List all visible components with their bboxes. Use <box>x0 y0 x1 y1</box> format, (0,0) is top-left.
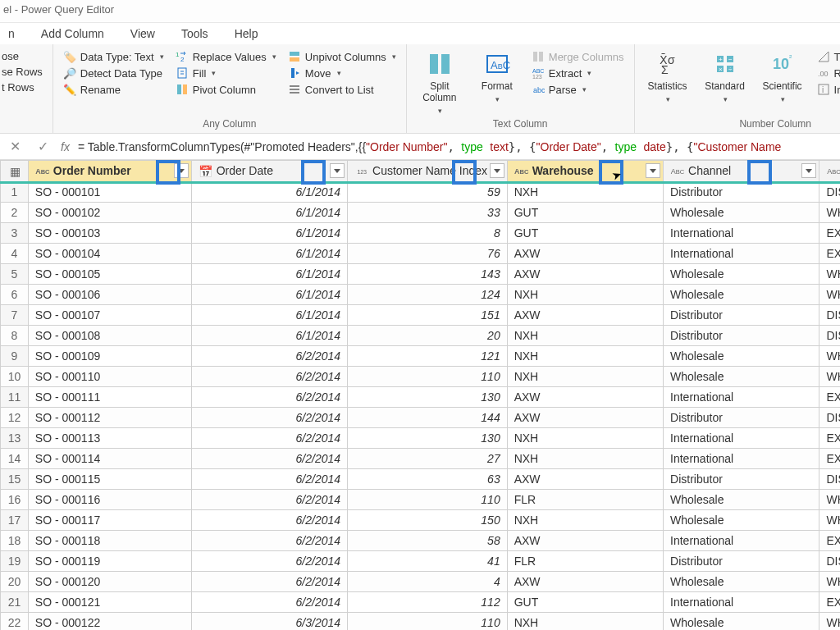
cell-channel_co[interactable]: DIST <box>819 469 840 490</box>
cell-order_date[interactable]: 6/2/2014 <box>191 408 347 428</box>
ribbon-rounding[interactable]: .00Rounding▾ <box>815 66 840 80</box>
cell-channel_co[interactable]: DIST <box>819 551 840 572</box>
cell-order_date[interactable]: 6/2/2014 <box>191 449 347 469</box>
cell-channel_co[interactable]: DIST <box>819 305 840 326</box>
cell-order_date[interactable]: 6/1/2014 <box>191 264 347 285</box>
ribbon-extract[interactable]: ABC123Extract▾ <box>530 66 626 80</box>
ribbon-detect-data-type[interactable]: 🔎Detect Data Type <box>62 66 166 80</box>
cell-channel[interactable]: Distributor <box>664 182 819 203</box>
cell-cust_index[interactable]: 130 <box>348 387 508 408</box>
ribbon-information[interactable]: iInformation▾ <box>815 82 840 97</box>
column-header-order_date[interactable]: 📅Order Date <box>191 161 347 182</box>
filter-dropdown-icon[interactable] <box>330 163 345 178</box>
cell-cust_index[interactable]: 124 <box>348 285 508 305</box>
cell-channel_co[interactable]: WHOL <box>819 285 840 305</box>
cell-channel_co[interactable]: EXPO <box>819 449 840 469</box>
cell-channel[interactable]: International <box>664 428 819 449</box>
row-number[interactable]: 3 <box>1 223 29 244</box>
cell-channel_co[interactable]: WHOL <box>819 490 840 510</box>
cell-order_date[interactable]: 6/1/2014 <box>191 285 347 305</box>
cell-cust_index[interactable]: 4 <box>348 572 508 592</box>
cell-order_number[interactable]: SO - 000114 <box>28 449 191 469</box>
cell-order_number[interactable]: SO - 000121 <box>28 592 191 613</box>
cell-order_number[interactable]: SO - 000102 <box>28 203 191 223</box>
row-number[interactable]: 5 <box>1 264 29 285</box>
ribbon-convert-to-list[interactable]: Convert to List <box>286 82 398 97</box>
row-number[interactable]: 8 <box>1 326 29 346</box>
cell-cust_index[interactable]: 110 <box>348 490 508 510</box>
cell-channel_co[interactable]: WHOL <box>819 510 840 531</box>
filter-dropdown-icon[interactable] <box>174 163 189 178</box>
cell-order_date[interactable]: 6/1/2014 <box>191 326 347 346</box>
column-header-channel[interactable]: ABCChannel <box>664 161 819 182</box>
menu-item[interactable]: n <box>2 25 21 43</box>
row-number[interactable]: 12 <box>1 408 29 428</box>
cell-channel[interactable]: Wholesale <box>664 613 819 630</box>
ribbon-fill[interactable]: Fill▾ <box>174 66 278 80</box>
cell-order_date[interactable]: 6/1/2014 <box>191 223 347 244</box>
row-number[interactable]: 6 <box>1 285 29 305</box>
fx-icon[interactable]: fx <box>61 140 70 153</box>
cell-warehouse[interactable]: GUT <box>507 223 663 244</box>
cell-channel[interactable]: Wholesale <box>664 285 819 305</box>
cell-cust_index[interactable]: 33 <box>348 203 508 223</box>
cell-channel_co[interactable]: WHOL <box>819 346 840 367</box>
table-row[interactable]: 11SO - 0001116/2/2014130AXWInternational… <box>1 387 841 408</box>
cell-warehouse[interactable]: NXH <box>507 367 663 387</box>
cell-order_number[interactable]: SO - 000113 <box>28 428 191 449</box>
cell-order_date[interactable]: 6/2/2014 <box>191 367 347 387</box>
menu-help[interactable]: Help <box>228 25 265 43</box>
cell-channel[interactable]: Wholesale <box>664 572 819 592</box>
cell-order_number[interactable]: SO - 000118 <box>28 531 191 551</box>
cell-channel_co[interactable]: WHOL <box>819 613 840 630</box>
cell-channel_co[interactable]: EXPO <box>819 531 840 551</box>
cell-order_number[interactable]: SO - 000115 <box>28 469 191 490</box>
cell-warehouse[interactable]: AXW <box>507 408 663 428</box>
cell-channel[interactable]: Distributor <box>664 326 819 346</box>
column-header-channel_co[interactable]: ABCChannel Co <box>819 161 840 182</box>
cell-cust_index[interactable]: 63 <box>348 469 508 490</box>
ribbon-standard[interactable]: +−×÷ Standard▾ <box>701 49 750 103</box>
cell-cust_index[interactable]: 8 <box>348 223 508 244</box>
row-number[interactable]: 7 <box>1 305 29 326</box>
cell-order_number[interactable]: SO - 000105 <box>28 264 191 285</box>
cell-order_date[interactable]: 6/3/2014 <box>191 613 347 630</box>
cell-warehouse[interactable]: NXH <box>507 449 663 469</box>
cell-channel_co[interactable]: WHOL <box>819 572 840 592</box>
cell-order_number[interactable]: SO - 000103 <box>28 223 191 244</box>
filter-dropdown-icon[interactable] <box>646 163 660 178</box>
cell-order_date[interactable]: 6/1/2014 <box>191 203 347 223</box>
ribbon-split-column[interactable]: Split Column▾ <box>415 49 464 115</box>
cell-cust_index[interactable]: 151 <box>348 305 508 326</box>
cell-cust_index[interactable]: 130 <box>348 428 508 449</box>
cell-cust_index[interactable]: 121 <box>348 346 508 367</box>
cell-cust_index[interactable]: 41 <box>348 551 508 572</box>
cell-channel[interactable]: Distributor <box>664 551 819 572</box>
ribbon-data-type[interactable]: 🏷️Data Type: Text▾ <box>62 49 166 64</box>
cell-order_date[interactable]: 6/1/2014 <box>191 182 347 203</box>
cell-channel_co[interactable]: DIST <box>819 326 840 346</box>
cell-cust_index[interactable]: 27 <box>348 449 508 469</box>
cell-order_date[interactable]: 6/2/2014 <box>191 510 347 531</box>
cell-warehouse[interactable]: FLR <box>507 490 663 510</box>
cell-channel_co[interactable]: DIST <box>819 182 840 203</box>
menu-tools[interactable]: Tools <box>175 25 215 43</box>
table-row[interactable]: 12SO - 0001126/2/2014144AXWDistributorDI… <box>1 408 841 428</box>
formula-accept-icon[interactable]: ✓ <box>33 139 52 154</box>
cell-channel[interactable]: Distributor <box>664 305 819 326</box>
ribbon-scientific[interactable]: 10² Scientific▾ <box>758 49 807 103</box>
cell-cust_index[interactable]: 143 <box>348 264 508 285</box>
table-row[interactable]: 14SO - 0001146/2/201427NXHInternationalE… <box>1 449 841 469</box>
ribbon-rename[interactable]: ✏️Rename <box>62 82 166 97</box>
cell-channel_co[interactable]: EXPO <box>819 387 840 408</box>
table-row[interactable]: 18SO - 0001186/2/201458AXWInternationalE… <box>1 531 841 551</box>
row-number[interactable]: 17 <box>1 510 29 531</box>
table-row[interactable]: 5SO - 0001056/1/2014143AXWWholesaleWHOL <box>1 264 841 285</box>
table-row[interactable]: 20SO - 0001206/2/20144AXWWholesaleWHOL <box>1 572 841 592</box>
ribbon-statistics[interactable]: X̄σΣ Statistics▾ <box>643 49 692 103</box>
cell-order_date[interactable]: 6/2/2014 <box>191 428 347 449</box>
cell-cust_index[interactable]: 144 <box>348 408 508 428</box>
ribbon-item-count-rows[interactable]: t Rows <box>0 80 44 94</box>
cell-channel_co[interactable]: WHOL <box>819 264 840 285</box>
table-row[interactable]: 17SO - 0001176/2/2014150NXHWholesaleWHOL <box>1 510 841 531</box>
